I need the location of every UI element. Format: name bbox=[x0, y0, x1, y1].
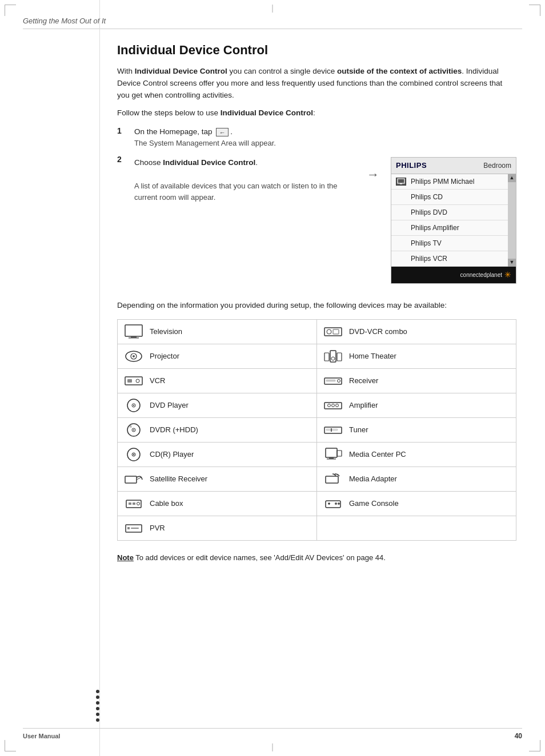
step-2: 2 Choose Individual Device Control. A li… bbox=[117, 155, 516, 284]
scroll-down-icon[interactable]: ▼ bbox=[508, 259, 516, 267]
panel-footer-star: ✳ bbox=[504, 269, 511, 281]
device-table-row: PVR bbox=[118, 516, 516, 540]
device-icon-tv bbox=[123, 324, 144, 340]
svg-rect-13 bbox=[337, 353, 342, 361]
panel-footer-text: connectedplanet bbox=[460, 271, 502, 279]
device-list-item-4: Philips TV bbox=[391, 236, 508, 251]
svg-point-17 bbox=[136, 379, 139, 383]
device-item-label-1: Philips CD bbox=[396, 192, 443, 202]
step-2-bold: Individual Device Control bbox=[163, 158, 255, 167]
device-panel-header: PHILIPS Bedroom bbox=[391, 158, 516, 174]
device-cell-right-8 bbox=[317, 516, 516, 540]
device-item-icon-0 bbox=[396, 178, 406, 186]
svg-point-27 bbox=[336, 404, 339, 407]
svg-point-48 bbox=[137, 502, 140, 505]
bottom-center-mark bbox=[272, 743, 273, 751]
svg-rect-2 bbox=[125, 325, 142, 336]
follow-bold: Individual Device Control bbox=[221, 108, 313, 117]
svg-rect-44 bbox=[326, 476, 338, 483]
device-item-label-3: Philips Amplifier bbox=[396, 223, 459, 233]
device-icon-dvd bbox=[123, 397, 144, 413]
device-list-item-5: Philips VCR bbox=[391, 251, 508, 267]
svg-rect-39 bbox=[329, 457, 334, 459]
note-section: Note To add devices or edit device names… bbox=[117, 552, 516, 564]
device-cell-left-3: DVD Player bbox=[118, 393, 317, 417]
device-cell-inner: Amplifier bbox=[323, 397, 510, 413]
svg-rect-19 bbox=[326, 380, 335, 381]
device-table-row: Cable box Game Console bbox=[118, 491, 516, 516]
device-cell-right-0: DVD-VCR combo bbox=[317, 319, 516, 344]
device-name-tv: Television bbox=[150, 327, 182, 336]
room-name: Bedroom bbox=[483, 160, 511, 171]
home-button-icon: ← bbox=[216, 128, 229, 136]
step-2-wrapper: Choose Individual Device Control. A list… bbox=[134, 157, 516, 284]
scrollbar: ▲ ▼ bbox=[508, 174, 516, 267]
note-text: To add devices or edit device names, see… bbox=[134, 553, 386, 562]
svg-rect-33 bbox=[326, 429, 338, 431]
device-table-row: DVD Player Amplifier bbox=[118, 393, 516, 417]
note-word: Note bbox=[117, 553, 134, 562]
svg-point-14 bbox=[331, 357, 335, 360]
svg-rect-16 bbox=[127, 379, 132, 383]
svg-point-30 bbox=[133, 429, 134, 431]
svg-point-10 bbox=[133, 355, 135, 357]
intro-bold2: outside of the context of activities bbox=[337, 67, 462, 75]
device-icon-pvr bbox=[123, 520, 144, 536]
device-name-cd: CD(R) Player bbox=[150, 450, 194, 459]
device-cell-right-6: Media Adapter bbox=[317, 467, 516, 491]
device-cell-right-5: Media Center PC bbox=[317, 442, 516, 467]
left-sidebar bbox=[0, 0, 100, 756]
device-cell-inner: PVR bbox=[123, 520, 311, 536]
device-cell-inner: Projector bbox=[123, 348, 311, 364]
philips-logo: PHILIPS bbox=[396, 160, 427, 171]
device-panel-footer: connectedplanet ✳ bbox=[391, 267, 516, 283]
device-cell-right-3: Amplifier bbox=[317, 393, 516, 417]
device-cell-inner: Cable box bbox=[123, 496, 311, 512]
device-list-item-0: Philips PMM Michael bbox=[391, 174, 508, 190]
device-icon-mediaadapter bbox=[323, 471, 343, 487]
device-table-row: R DVDR (+HDD) Tuner bbox=[118, 417, 516, 442]
svg-rect-12 bbox=[324, 353, 329, 361]
device-item-label-5: Philips VCR bbox=[396, 254, 447, 264]
svg-rect-7 bbox=[333, 329, 339, 334]
device-cell-left-1: Projector bbox=[118, 344, 317, 368]
device-icon-vcr bbox=[123, 373, 144, 389]
device-icon-cable bbox=[123, 496, 144, 512]
corner-mark-tr bbox=[529, 5, 540, 16]
device-list-item-1: Philips CD bbox=[391, 190, 508, 205]
device-item-label-0: Philips PMM Michael bbox=[411, 176, 474, 187]
svg-rect-40 bbox=[327, 459, 336, 460]
device-icon-gameconsole bbox=[323, 496, 343, 512]
intro-bold1: Individual Device Control bbox=[135, 67, 227, 75]
device-cell-inner: Media Adapter bbox=[323, 471, 510, 487]
device-cell-inner: CD(R) Player bbox=[123, 447, 311, 463]
device-name-vcr: VCR bbox=[150, 376, 165, 385]
svg-point-37 bbox=[133, 454, 134, 455]
scroll-up-icon[interactable]: ▲ bbox=[508, 174, 516, 182]
device-cell-inner: Tuner bbox=[323, 422, 510, 438]
corner-mark-br bbox=[529, 740, 540, 751]
dot-5 bbox=[96, 713, 99, 716]
step-1-main: On the Homepage, tap ←. bbox=[134, 127, 233, 136]
device-name-projector: Projector bbox=[150, 352, 179, 360]
device-cell-inner: Media Center PC bbox=[323, 447, 510, 463]
device-table-row: VCR Receiver bbox=[118, 368, 516, 393]
svg-rect-55 bbox=[127, 527, 130, 529]
device-cell-left-6: Satellite Receiver bbox=[118, 467, 317, 491]
svg-rect-42 bbox=[125, 476, 137, 483]
step-2-content: Choose Individual Device Control. A list… bbox=[134, 155, 516, 284]
device-cell-right-7: Game Console bbox=[317, 491, 516, 516]
device-cell-right-2: Receiver bbox=[317, 368, 516, 393]
device-item-label-4: Philips TV bbox=[396, 238, 442, 248]
device-list-item-2: Philips DVD bbox=[391, 205, 508, 220]
device-name-mediapc: Media Center PC bbox=[349, 450, 406, 459]
device-items-col: Philips PMM Michael Philips CD Philips D… bbox=[391, 174, 508, 267]
main-content: Individual Device Control With Individua… bbox=[100, 31, 534, 586]
device-name-satellite: Satellite Receiver bbox=[150, 474, 207, 483]
step-1: 1 On the Homepage, tap ←. The System Man… bbox=[117, 126, 516, 150]
device-cell-inner: R DVDR (+HDD) bbox=[123, 422, 311, 438]
device-icon-receiver bbox=[323, 373, 343, 389]
follow-text: Follow the steps below to use Individual… bbox=[117, 107, 516, 119]
svg-rect-46 bbox=[129, 502, 131, 505]
step-1-number: 1 bbox=[117, 126, 127, 135]
